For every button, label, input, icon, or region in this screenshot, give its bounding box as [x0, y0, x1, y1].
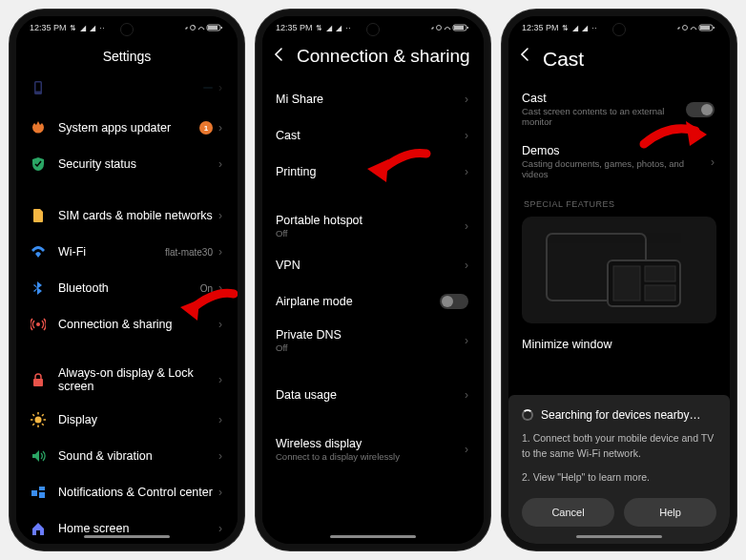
- svg-rect-19: [39, 492, 45, 498]
- status-time: 12:35 PM: [276, 23, 313, 32]
- page-header: Cast: [508, 39, 730, 73]
- chevron-right-icon: ›: [465, 165, 468, 178]
- row-vpn[interactable]: VPN›: [262, 247, 484, 283]
- back-button[interactable]: [518, 47, 533, 66]
- modal-line2: 2. View "Help" to learn more.: [522, 470, 716, 485]
- chevron-right-icon: ›: [218, 281, 222, 295]
- cancel-button[interactable]: Cancel: [522, 498, 614, 527]
- settings-row-sound-vibration[interactable]: Sound & vibration›: [16, 438, 238, 474]
- minimize-label: Minimize window: [522, 338, 715, 351]
- settings-row-always-on-display-lock-screen[interactable]: Always-on display & Lock screen›: [16, 358, 238, 402]
- row-label: Always-on display & Lock screen: [58, 366, 213, 393]
- trail-text: On: [200, 283, 213, 294]
- row-mi-share[interactable]: Mi Share›: [262, 81, 484, 117]
- chevron-right-icon: ›: [465, 219, 468, 233]
- status-signal-left: ⇅ ◢ ◢ ··: [562, 24, 598, 32]
- page-title-text: Cast: [543, 48, 584, 71]
- svg-point-20: [437, 26, 442, 31]
- chevron-right-icon: ›: [465, 388, 468, 402]
- status-time: 12:35 PM: [30, 23, 67, 32]
- status-signal-left: ⇅ ◢ ◢ ··: [70, 24, 106, 32]
- svg-rect-32: [645, 285, 675, 301]
- demos-label: Demos: [522, 144, 705, 157]
- chevron-right-icon: ›: [218, 413, 222, 426]
- chevron-right-icon: ›: [465, 259, 468, 272]
- svg-rect-17: [31, 490, 37, 496]
- chevron-right-icon: ›: [218, 209, 222, 222]
- settings-row-connection-sharing[interactable]: Connection & sharing›: [16, 306, 238, 342]
- sim-icon: [30, 207, 47, 224]
- row-label: Sound & vibration: [58, 449, 213, 463]
- row-private-dns[interactable]: Private DNSOff›: [262, 320, 484, 362]
- trail-text: flat-mate30: [165, 247, 213, 258]
- page-title-text: Connection & sharing: [297, 46, 470, 67]
- row-label: Bluetooth: [58, 281, 195, 295]
- row-label: Notifications & Control center: [58, 486, 213, 499]
- row-data-usage[interactable]: Data usage›: [262, 377, 484, 413]
- cast-toggle[interactable]: [686, 102, 715, 117]
- settings-row-about-phone[interactable]: ›: [16, 73, 238, 110]
- settings-row-home-screen[interactable]: Home screen›: [16, 510, 238, 544]
- cast-sub: Cast screen contents to an external moni…: [522, 106, 686, 127]
- demos-sub: Casting documents, games, photos, and vi…: [522, 158, 705, 179]
- svg-rect-18: [39, 487, 45, 490]
- page-title: Settings: [16, 39, 238, 73]
- demos-row[interactable]: Demos Casting documents, games, photos, …: [508, 135, 730, 188]
- display-icon: [30, 411, 47, 428]
- row-sub: Off: [276, 342, 459, 353]
- row-airplane-mode[interactable]: Airplane mode: [262, 283, 484, 320]
- nav-handle[interactable]: [84, 535, 170, 538]
- svg-point-8: [35, 417, 42, 424]
- row-label: Data usage: [276, 388, 459, 402]
- settings-row-notifications-control-center[interactable]: Notifications & Control center›: [16, 474, 238, 510]
- row-label: VPN: [276, 259, 459, 272]
- row-wireless-display[interactable]: Wireless displayConnect to a display wir…: [262, 428, 484, 470]
- home-icon: [30, 520, 47, 537]
- svg-rect-3: [221, 27, 223, 29]
- chevron-right-icon: ›: [465, 93, 468, 106]
- svg-rect-22: [454, 26, 464, 30]
- svg-point-6: [36, 322, 40, 326]
- svg-rect-23: [467, 27, 469, 29]
- back-button[interactable]: [272, 47, 287, 66]
- chevron-right-icon: ›: [218, 121, 222, 135]
- settings-row-sim-cards-mobile-networks[interactable]: SIM cards & mobile networks›: [16, 197, 238, 234]
- update-icon: [30, 119, 47, 136]
- wifi-icon: [30, 243, 47, 260]
- row-cast[interactable]: Cast›: [262, 117, 484, 154]
- svg-line-16: [42, 414, 44, 416]
- help-button[interactable]: Help: [624, 498, 716, 527]
- row-label: Portable hotspot: [276, 214, 459, 227]
- settings-row-security-status[interactable]: Security status›: [16, 146, 238, 182]
- cast-toggle-row[interactable]: Cast Cast screen contents to an external…: [508, 83, 730, 135]
- svg-rect-5: [36, 82, 41, 91]
- modal-line1: 1. Connect both your mobile device and T…: [522, 431, 716, 460]
- minimize-window-row[interactable]: Minimize window: [508, 329, 730, 365]
- camera-notch: [366, 23, 380, 36]
- status-time: 12:35 PM: [522, 23, 559, 32]
- status-right-icons: [184, 23, 224, 32]
- settings-row-system-apps-updater[interactable]: System apps updater1›: [16, 110, 238, 146]
- svg-line-15: [32, 424, 34, 425]
- row-portable-hotspot[interactable]: Portable hotspotOff›: [262, 205, 484, 247]
- svg-rect-31: [645, 266, 675, 281]
- row-label: Home screen: [58, 522, 213, 535]
- row-label: Cast: [276, 129, 459, 142]
- settings-row-wi-fi[interactable]: Wi-Fiflat-mate30›: [16, 234, 238, 270]
- sound-icon: [30, 447, 47, 465]
- nav-handle[interactable]: [330, 535, 416, 538]
- page-title-text: Settings: [103, 49, 152, 64]
- nav-handle[interactable]: [576, 535, 662, 538]
- toggle[interactable]: [440, 294, 468, 309]
- settings-row-display[interactable]: Display›: [16, 402, 238, 438]
- bluetooth-icon: [30, 280, 47, 297]
- status-right-icons: [676, 23, 716, 32]
- row-sub: Connect to a display wirelessly: [276, 451, 459, 462]
- row-printing[interactable]: Printing›: [262, 154, 484, 190]
- row-label: Wi-Fi: [58, 245, 159, 259]
- row-sub: Off: [276, 228, 459, 239]
- connection-icon: [30, 316, 47, 333]
- row-label: Printing: [276, 165, 459, 178]
- searching-modal: Searching for devices nearby… 1. Connect…: [508, 395, 730, 544]
- settings-row-bluetooth[interactable]: BluetoothOn›: [16, 270, 238, 306]
